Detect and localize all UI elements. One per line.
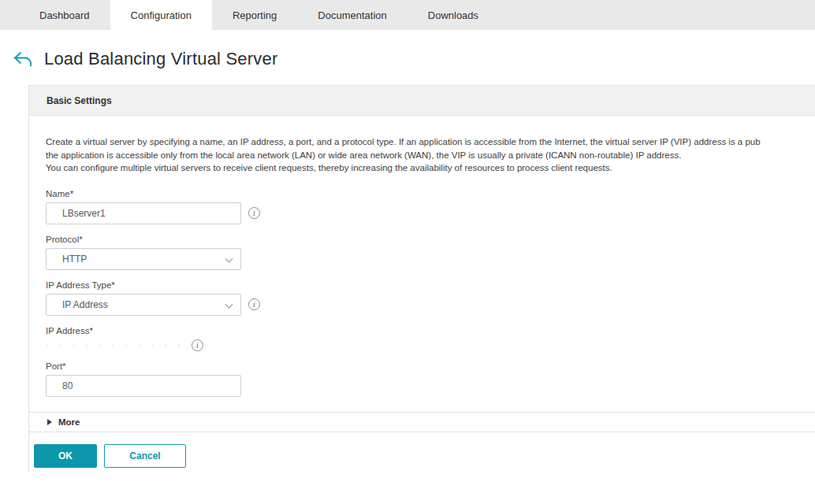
basic-settings-header: Basic Settings — [29, 86, 815, 116]
basic-settings-panel: Basic Settings Create a virtual server b… — [28, 85, 815, 472]
ip-address-type-label: IP Address Type* — [46, 280, 815, 290]
ip-address-input[interactable]: · · · · · · · · · · · — [46, 340, 184, 350]
more-expander[interactable]: More — [29, 412, 815, 432]
description-text: Create a virtual server by specifying a … — [29, 135, 815, 175]
tab-dashboard[interactable]: Dashboard — [19, 0, 110, 30]
more-label: More — [58, 417, 80, 427]
top-navigation: Dashboard Configuration Reporting Docume… — [0, 0, 815, 30]
description-line-2: the application is accessible only from … — [46, 149, 815, 162]
protocol-field-group: Protocol* HTTP — [46, 235, 815, 270]
description-line-1: Create a virtual server by specifying a … — [46, 135, 815, 149]
protocol-select[interactable]: HTTP — [46, 248, 241, 270]
form-area: Name* i Protocol* HTTP IP Address Type* — [29, 189, 815, 397]
name-field-group: Name* i — [46, 189, 815, 224]
protocol-label: Protocol* — [46, 235, 815, 244]
ip-address-field-group: IP Address* · · · · · · · · · · · i — [46, 326, 815, 351]
info-icon[interactable]: i — [248, 207, 260, 219]
name-input[interactable] — [46, 202, 241, 224]
port-label: Port* — [46, 361, 815, 371]
info-icon[interactable]: i — [192, 339, 203, 351]
button-row: OK Cancel — [29, 432, 815, 468]
basic-settings-body: Create a virtual server by specifying a … — [29, 116, 815, 468]
chevron-down-icon — [225, 300, 233, 308]
ip-address-type-selected-value: IP Address — [62, 299, 108, 310]
tab-reporting[interactable]: Reporting — [212, 0, 297, 30]
ip-address-type-field-group: IP Address Type* IP Address i — [46, 280, 815, 316]
tab-configuration[interactable]: Configuration — [110, 0, 212, 30]
back-arrow-icon[interactable] — [13, 50, 33, 68]
page-title: Load Balancing Virtual Server — [44, 49, 277, 69]
cancel-button[interactable]: Cancel — [104, 444, 186, 468]
ip-address-type-select[interactable]: IP Address — [46, 294, 241, 316]
name-label: Name* — [46, 189, 815, 198]
port-field-group: Port* — [46, 361, 815, 397]
page-header: Load Balancing Virtual Server — [0, 30, 815, 85]
ok-button[interactable]: OK — [34, 444, 97, 468]
ip-address-label: IP Address* — [46, 326, 815, 335]
protocol-selected-value: HTTP — [62, 254, 87, 265]
ip-address-masked-value: · · · · · · · · · · · — [46, 340, 184, 350]
tab-downloads[interactable]: Downloads — [408, 0, 499, 30]
info-icon[interactable]: i — [248, 298, 260, 310]
port-input[interactable] — [46, 375, 241, 397]
chevron-down-icon — [225, 254, 233, 262]
triangle-right-icon — [47, 419, 52, 425]
description-line-3: You can configure multiple virtual serve… — [46, 161, 815, 175]
tab-documentation[interactable]: Documentation — [297, 0, 407, 30]
